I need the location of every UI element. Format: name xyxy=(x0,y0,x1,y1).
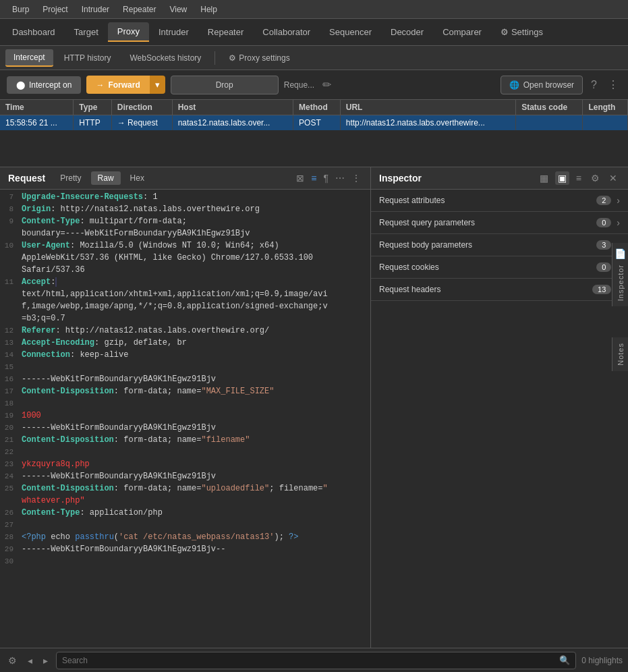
inspector-section-headers[interactable]: Request headers 13 › xyxy=(371,279,628,301)
code-line-8: 8 Origin: http://natas12.natas.labs.over… xyxy=(0,204,370,217)
inspector-body: Request attributes 2 › Request query par… xyxy=(371,190,628,648)
intercept-icon: ⬤ xyxy=(16,80,25,90)
inspector-side-label: Inspector xyxy=(617,264,625,301)
tab-decoder[interactable]: Decoder xyxy=(381,23,433,41)
align-icon[interactable]: ≡ xyxy=(573,171,584,185)
close-inspector-icon[interactable]: ✕ xyxy=(606,171,620,185)
section-label-query: Request query parameters xyxy=(379,218,596,227)
request-table: Time Type Direction Host Method URL Stat… xyxy=(0,100,628,130)
code-line-15: 15 xyxy=(0,362,370,374)
request-panel-header: Request Pretty Raw Hex ⊠ ≡ ¶ ⋯ ⋮ xyxy=(0,167,370,190)
edit-icon[interactable]: ✏ xyxy=(320,76,334,94)
menu-help[interactable]: Help xyxy=(194,2,224,17)
section-label-attributes: Request attributes xyxy=(379,196,596,205)
highlights-label: 0 highlights xyxy=(581,656,623,665)
drop-button[interactable]: Drop xyxy=(171,76,279,94)
search-input[interactable] xyxy=(62,656,559,665)
chevron-down-icon: › xyxy=(617,195,620,206)
section-badge-attributes: 2 xyxy=(596,196,611,205)
cell-direction: → Request xyxy=(111,115,172,131)
settings-bottom-icon[interactable]: ⚙ xyxy=(5,652,20,669)
inspector-section-cookies[interactable]: Request cookies 0 › xyxy=(371,256,628,279)
code-line-26: 26 Content-Type: application/php xyxy=(0,508,370,520)
col-time: Time xyxy=(0,100,74,115)
request-panel-tabs: Pretty Raw Hex xyxy=(53,171,151,185)
code-line-9b: boundary=----WebKitFormBoundaryyBA9K1hEg… xyxy=(0,229,370,241)
tab-hex[interactable]: Hex xyxy=(123,171,151,185)
code-line-27: 27 xyxy=(0,520,370,532)
main-split: Request Pretty Raw Hex ⊠ ≡ ¶ ⋯ ⋮ 7 Upgra… xyxy=(0,167,628,648)
code-editor[interactable]: 7 Upgrade-Insecure-Requests: 1 8 Origin:… xyxy=(0,190,370,648)
forward-dropdown-button[interactable]: ▾ xyxy=(150,76,165,94)
grid-icon[interactable]: ▣ xyxy=(555,171,569,185)
inspector-section-body-params[interactable]: Request body parameters 3 › xyxy=(371,234,628,256)
chevron-down-icon-2: › xyxy=(617,217,620,228)
forward-nav-icon[interactable]: ▸ xyxy=(40,652,51,669)
section-label-cookies: Request cookies xyxy=(379,262,596,272)
forward-button[interactable]: → Forward xyxy=(86,76,149,94)
notes-icon[interactable]: 📄 xyxy=(615,248,626,259)
more-editor-icon[interactable]: ⋮ xyxy=(350,171,362,185)
tab-proxy[interactable]: Proxy xyxy=(108,22,149,42)
menu-view[interactable]: View xyxy=(163,2,194,17)
filter-icon[interactable]: ⚙ xyxy=(588,171,602,185)
tab-collaborator[interactable]: Collaborator xyxy=(253,23,320,41)
table-row[interactable]: 15:58:56 21 ... HTTP → Request natas12.n… xyxy=(0,115,628,131)
word-wrap-icon[interactable]: ⊠ xyxy=(295,171,306,185)
subtab-proxy-settings[interactable]: ⚙ Proxy settings xyxy=(221,50,297,66)
tab-intruder[interactable]: Intruder xyxy=(149,23,198,41)
code-line-22: 22 xyxy=(0,447,370,459)
cell-status xyxy=(516,115,583,131)
code-line-17: 17 Content-Disposition: form-data; name=… xyxy=(0,387,370,399)
separator xyxy=(215,51,215,65)
tab-target[interactable]: Target xyxy=(65,23,108,41)
list-icon[interactable]: ▦ xyxy=(537,171,551,185)
inspector-header: Inspector ▦ ▣ ≡ ⚙ ✕ xyxy=(371,167,628,190)
toolbar: ⬤ Intercept on → Forward ▾ Drop Reque...… xyxy=(0,70,628,100)
request-panel-title: Request xyxy=(8,173,45,184)
col-host: Host xyxy=(172,100,293,115)
intercept-button[interactable]: ⬤ Intercept on xyxy=(7,76,81,94)
inspector-section-attributes[interactable]: Request attributes 2 › xyxy=(371,190,628,212)
code-line-19: 19 1000 xyxy=(0,411,370,423)
cell-length xyxy=(583,115,628,131)
code-line-10b: AppleWebKit/537.36 (KHTML, like Gecko) C… xyxy=(0,253,370,265)
menu-burp[interactable]: Burp xyxy=(5,2,36,17)
inspector-section-query-params[interactable]: Request query parameters 0 › xyxy=(371,212,628,234)
subtab-intercept[interactable]: Intercept xyxy=(5,49,53,67)
more-options-icon[interactable]: ⋮ xyxy=(605,76,621,94)
gear-icon-proxy: ⚙ xyxy=(229,53,236,63)
code-line-18: 18 xyxy=(0,399,370,411)
section-badge-cookies: 0 xyxy=(596,262,611,272)
search-container: 🔍 xyxy=(56,652,576,669)
subtab-websockets-history[interactable]: WebSockets history xyxy=(122,50,210,66)
request-table-container: Time Type Direction Host Method URL Stat… xyxy=(0,100,628,167)
search-icon: 🔍 xyxy=(559,655,570,665)
code-line-24: 24 ------WebKitFormBoundaryyBA9K1hEgwz91… xyxy=(0,472,370,484)
format-icon[interactable]: ¶ xyxy=(322,171,330,185)
request-panel: Request Pretty Raw Hex ⊠ ≡ ¶ ⋯ ⋮ 7 Upgra… xyxy=(0,167,371,648)
tab-comparer[interactable]: Comparer xyxy=(433,23,491,41)
code-line-11c: f,image/webp,image/apng,*/*;q=0.8,applic… xyxy=(0,302,370,314)
tab-repeater[interactable]: Repeater xyxy=(198,23,253,41)
indent-icon[interactable]: ≡ xyxy=(310,171,318,185)
tab-raw[interactable]: Raw xyxy=(91,171,121,185)
tab-dashboard[interactable]: Dashboard xyxy=(3,23,65,41)
section-label-headers: Request headers xyxy=(379,285,592,294)
cell-method: POST xyxy=(293,115,341,131)
menu-repeater[interactable]: Repeater xyxy=(116,2,163,17)
col-status: Status code xyxy=(516,100,583,115)
menu-intruder[interactable]: Intruder xyxy=(75,2,116,17)
menu-bar: Burp Project Intruder Repeater View Help xyxy=(0,0,628,19)
open-browser-button[interactable]: 🌐 Open browser xyxy=(501,76,583,94)
subtab-http-history[interactable]: HTTP history xyxy=(56,50,119,66)
tab-settings[interactable]: ⚙ Settings xyxy=(491,23,552,41)
settings-editor-icon[interactable]: ⋯ xyxy=(334,171,346,185)
menu-project[interactable]: Project xyxy=(36,2,74,17)
back-icon[interactable]: ◂ xyxy=(25,652,35,669)
help-icon[interactable]: ? xyxy=(588,76,600,94)
code-line-13: 13 Accept-Encoding: gzip, deflate, br xyxy=(0,338,370,350)
tab-pretty[interactable]: Pretty xyxy=(53,171,88,185)
sub-nav: Intercept HTTP history WebSockets histor… xyxy=(0,46,628,70)
tab-sequencer[interactable]: Sequencer xyxy=(320,23,381,41)
